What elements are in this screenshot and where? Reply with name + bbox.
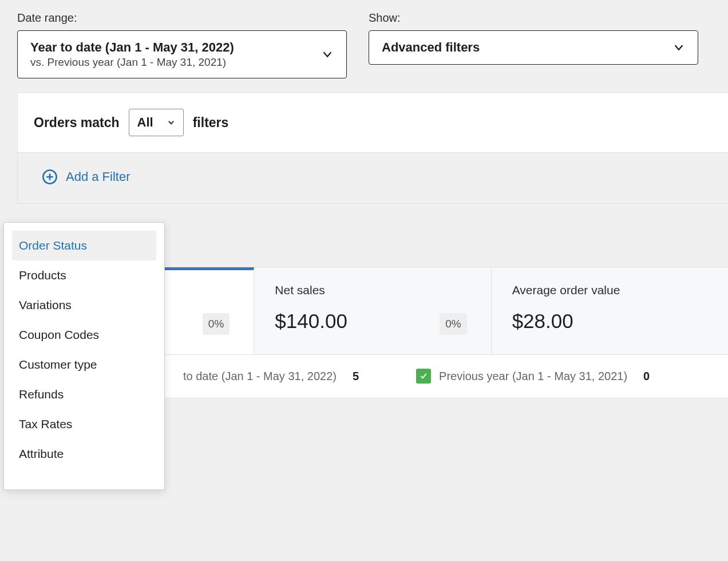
filter-option-order-status[interactable]: Order Status <box>12 231 156 260</box>
filter-option-attribute[interactable]: Attribute <box>12 439 156 469</box>
plus-circle-icon <box>42 169 58 185</box>
filter-dropdown: Order Status Products Variations Coupon … <box>3 222 165 490</box>
show-label: Show: <box>369 11 698 25</box>
orders-match-prefix: Orders match <box>34 115 120 131</box>
date-range-value: Year to date (Jan 1 - May 31, 2022) <box>30 40 234 55</box>
date-range-dropdown[interactable]: Year to date (Jan 1 - May 31, 2022) vs. … <box>17 30 347 78</box>
summary-card-2[interactable]: Average order value $28.00 <box>492 267 728 354</box>
filter-option-variations[interactable]: Variations <box>12 290 156 320</box>
filter-option-coupon-codes[interactable]: Coupon Codes <box>12 320 156 350</box>
checkbox-previous[interactable] <box>416 369 431 384</box>
filter-option-tax-rates[interactable]: Tax Rates <box>12 409 156 439</box>
date-range-compare: vs. Previous year (Jan 1 - May 31, 2021) <box>30 56 234 69</box>
chevron-down-icon <box>167 118 175 127</box>
legend-previous-text: Previous year (Jan 1 - May 31, 2021) <box>439 370 627 383</box>
legend-current-value: 5 <box>353 370 359 383</box>
add-filter-label: Add a Filter <box>66 169 130 184</box>
card-value: $28.00 <box>512 310 707 333</box>
summary-card-1[interactable]: Net sales $140.00 0% <box>254 267 491 354</box>
legend-previous[interactable]: Previous year (Jan 1 - May 31, 2021) 0 <box>416 369 650 384</box>
show-dropdown[interactable]: Advanced filters <box>369 30 698 65</box>
show-value: Advanced filters <box>382 40 480 55</box>
check-icon <box>419 372 428 381</box>
orders-match-suffix: filters <box>193 115 229 131</box>
card-label: Average order value <box>512 283 707 297</box>
match-select[interactable]: All <box>129 109 184 136</box>
filter-option-refunds[interactable]: Refunds <box>12 380 156 409</box>
match-select-value: All <box>137 115 153 130</box>
orders-match-row: Orders match All filters <box>18 93 728 153</box>
card-pct: 0% <box>203 313 230 335</box>
card-label: Net sales <box>275 283 470 297</box>
legend-current-text: to date (Jan 1 - May 31, 2022) <box>183 370 337 383</box>
filter-option-customer-type[interactable]: Customer type <box>12 350 156 380</box>
card-pct: 0% <box>440 313 466 335</box>
chevron-down-icon <box>672 41 685 54</box>
filter-option-products[interactable]: Products <box>12 260 156 290</box>
chevron-down-icon <box>321 48 334 61</box>
legend-current[interactable]: to date (Jan 1 - May 31, 2022) 5 <box>183 370 359 383</box>
date-range-label: Date range: <box>17 11 347 25</box>
legend-previous-value: 0 <box>643 370 650 383</box>
add-filter-button[interactable]: Add a Filter <box>42 169 130 185</box>
